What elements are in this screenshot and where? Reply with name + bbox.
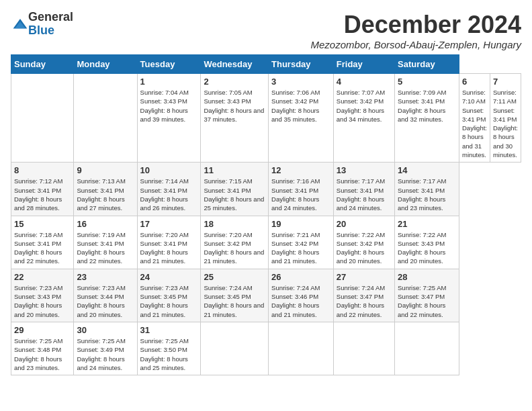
calendar-day-cell: 22Sunrise: 7:23 AMSunset: 3:43 PMDayligh…	[11, 269, 74, 322]
calendar-day-cell: 7Sunrise: 7:11 AMSunset: 3:41 PMDaylight…	[490, 74, 521, 163]
calendar-day-cell: 9Sunrise: 7:13 AMSunset: 3:41 PMDaylight…	[74, 163, 137, 216]
calendar-week-row: 1Sunrise: 7:04 AMSunset: 3:43 PMDaylight…	[11, 74, 521, 163]
day-number: 26	[271, 272, 330, 282]
month-title: December 2024	[311, 11, 521, 39]
calendar-header-monday: Monday	[74, 55, 137, 74]
day-info: Sunrise: 7:24 AMSunset: 3:47 PMDaylight:…	[337, 283, 392, 319]
day-info: Sunrise: 7:24 AMSunset: 3:45 PMDaylight:…	[204, 283, 265, 319]
day-number: 5	[398, 77, 456, 87]
calendar-empty-cell	[74, 74, 137, 163]
day-number: 20	[337, 219, 392, 229]
calendar-day-cell: 26Sunrise: 7:24 AMSunset: 3:46 PMDayligh…	[269, 269, 334, 322]
calendar-day-cell: 10Sunrise: 7:14 AMSunset: 3:41 PMDayligh…	[137, 163, 201, 216]
day-info: Sunrise: 7:19 AMSunset: 3:41 PMDaylight:…	[77, 230, 134, 266]
calendar-header-tuesday: Tuesday	[137, 55, 201, 74]
day-info: Sunrise: 7:12 AMSunset: 3:41 PMDaylight:…	[14, 177, 71, 212]
day-number: 6	[462, 77, 487, 87]
day-number: 25	[204, 272, 265, 282]
calendar-empty-cell	[269, 322, 334, 375]
calendar-empty-cell	[333, 322, 394, 375]
day-number: 30	[77, 325, 134, 335]
logo-general-text: General	[28, 10, 73, 24]
calendar-day-cell: 27Sunrise: 7:24 AMSunset: 3:47 PMDayligh…	[333, 269, 394, 322]
calendar-day-cell: 14Sunrise: 7:17 AMSunset: 3:41 PMDayligh…	[395, 163, 459, 216]
calendar-header-row: SundayMondayTuesdayWednesdayThursdayFrid…	[11, 55, 521, 74]
calendar-day-cell: 23Sunrise: 7:23 AMSunset: 3:44 PMDayligh…	[74, 269, 137, 322]
calendar-empty-cell	[201, 322, 269, 375]
calendar-day-cell: 25Sunrise: 7:24 AMSunset: 3:45 PMDayligh…	[201, 269, 269, 322]
logo: General Blue	[11, 11, 73, 38]
calendar-day-cell: 12Sunrise: 7:16 AMSunset: 3:41 PMDayligh…	[269, 163, 334, 216]
calendar-header-friday: Friday	[333, 55, 394, 74]
day-number: 31	[140, 325, 198, 335]
day-info: Sunrise: 7:20 AMSunset: 3:42 PMDaylight:…	[204, 230, 265, 266]
calendar-week-row: 8Sunrise: 7:12 AMSunset: 3:41 PMDaylight…	[11, 163, 521, 216]
calendar-day-cell: 20Sunrise: 7:22 AMSunset: 3:42 PMDayligh…	[333, 216, 394, 269]
day-number: 24	[140, 272, 198, 282]
day-number: 21	[398, 219, 456, 229]
day-info: Sunrise: 7:14 AMSunset: 3:41 PMDaylight:…	[140, 177, 198, 212]
day-number: 13	[337, 165, 392, 175]
calendar-week-row: 29Sunrise: 7:25 AMSunset: 3:48 PMDayligh…	[11, 322, 521, 375]
calendar-day-cell: 29Sunrise: 7:25 AMSunset: 3:48 PMDayligh…	[11, 322, 74, 375]
day-info: Sunrise: 7:23 AMSunset: 3:44 PMDaylight:…	[77, 283, 134, 319]
calendar-week-row: 15Sunrise: 7:18 AMSunset: 3:41 PMDayligh…	[11, 216, 521, 269]
day-number: 9	[77, 165, 134, 175]
day-info: Sunrise: 7:09 AMSunset: 3:41 PMDaylight:…	[398, 88, 456, 124]
day-info: Sunrise: 7:24 AMSunset: 3:46 PMDaylight:…	[271, 283, 330, 319]
calendar-day-cell: 16Sunrise: 7:19 AMSunset: 3:41 PMDayligh…	[74, 216, 137, 269]
calendar-day-cell: 4Sunrise: 7:07 AMSunset: 3:42 PMDaylight…	[333, 74, 394, 163]
day-number: 27	[337, 272, 392, 282]
day-info: Sunrise: 7:17 AMSunset: 3:41 PMDaylight:…	[398, 177, 456, 212]
day-number: 11	[204, 165, 265, 175]
day-number: 12	[271, 165, 330, 175]
day-info: Sunrise: 7:05 AMSunset: 3:43 PMDaylight:…	[204, 88, 265, 124]
calendar-day-cell: 2Sunrise: 7:05 AMSunset: 3:43 PMDaylight…	[201, 74, 269, 163]
day-number: 22	[14, 272, 71, 282]
day-info: Sunrise: 7:16 AMSunset: 3:41 PMDaylight:…	[271, 177, 330, 212]
calendar-day-cell: 5Sunrise: 7:09 AMSunset: 3:41 PMDaylight…	[395, 74, 459, 163]
calendar-day-cell: 24Sunrise: 7:23 AMSunset: 3:45 PMDayligh…	[137, 269, 201, 322]
calendar-day-cell: 3Sunrise: 7:06 AMSunset: 3:42 PMDaylight…	[269, 74, 334, 163]
calendar-empty-cell	[11, 74, 74, 163]
day-number: 28	[398, 272, 456, 282]
day-number: 15	[14, 219, 71, 229]
calendar-day-cell: 8Sunrise: 7:12 AMSunset: 3:41 PMDaylight…	[11, 163, 74, 216]
day-info: Sunrise: 7:17 AMSunset: 3:41 PMDaylight:…	[337, 177, 392, 212]
day-info: Sunrise: 7:13 AMSunset: 3:41 PMDaylight:…	[77, 177, 134, 212]
day-info: Sunrise: 7:22 AMSunset: 3:42 PMDaylight:…	[337, 230, 392, 266]
day-info: Sunrise: 7:06 AMSunset: 3:42 PMDaylight:…	[271, 88, 330, 124]
calendar-day-cell: 15Sunrise: 7:18 AMSunset: 3:41 PMDayligh…	[11, 216, 74, 269]
day-number: 23	[77, 272, 134, 282]
calendar-header-saturday: Saturday	[395, 55, 459, 74]
day-info: Sunrise: 7:10 AMSunset: 3:41 PMDaylight:…	[462, 88, 487, 159]
day-info: Sunrise: 7:04 AMSunset: 3:43 PMDaylight:…	[140, 88, 198, 124]
calendar-header-thursday: Thursday	[269, 55, 334, 74]
day-number: 19	[271, 219, 330, 229]
day-info: Sunrise: 7:25 AMSunset: 3:50 PMDaylight:…	[140, 336, 198, 372]
calendar-day-cell: 13Sunrise: 7:17 AMSunset: 3:41 PMDayligh…	[333, 163, 394, 216]
day-info: Sunrise: 7:23 AMSunset: 3:45 PMDaylight:…	[140, 283, 198, 319]
day-number: 10	[140, 165, 198, 175]
calendar-day-cell: 1Sunrise: 7:04 AMSunset: 3:43 PMDaylight…	[137, 74, 201, 163]
day-info: Sunrise: 7:15 AMSunset: 3:41 PMDaylight:…	[204, 177, 265, 212]
day-info: Sunrise: 7:25 AMSunset: 3:47 PMDaylight:…	[398, 283, 456, 319]
day-info: Sunrise: 7:22 AMSunset: 3:43 PMDaylight:…	[398, 230, 456, 266]
logo-icon	[12, 17, 28, 31]
day-info: Sunrise: 7:18 AMSunset: 3:41 PMDaylight:…	[14, 230, 71, 266]
day-number: 1	[140, 77, 198, 87]
day-info: Sunrise: 7:07 AMSunset: 3:42 PMDaylight:…	[337, 88, 392, 124]
calendar-header-wednesday: Wednesday	[201, 55, 269, 74]
calendar-day-cell: 28Sunrise: 7:25 AMSunset: 3:47 PMDayligh…	[395, 269, 459, 322]
day-number: 7	[493, 77, 518, 87]
location-subtitle: Mezozombor, Borsod-Abauj-Zemplen, Hungar…	[311, 39, 521, 50]
logo-blue-text: Blue	[28, 24, 54, 37]
day-number: 2	[204, 77, 265, 87]
day-number: 4	[337, 77, 392, 87]
calendar-day-cell: 11Sunrise: 7:15 AMSunset: 3:41 PMDayligh…	[201, 163, 269, 216]
calendar-day-cell: 17Sunrise: 7:20 AMSunset: 3:41 PMDayligh…	[137, 216, 201, 269]
title-area: December 2024 Mezozombor, Borsod-Abauj-Z…	[311, 11, 521, 50]
day-info: Sunrise: 7:25 AMSunset: 3:48 PMDaylight:…	[14, 336, 71, 372]
day-number: 18	[204, 219, 265, 229]
day-info: Sunrise: 7:21 AMSunset: 3:42 PMDaylight:…	[271, 230, 330, 266]
